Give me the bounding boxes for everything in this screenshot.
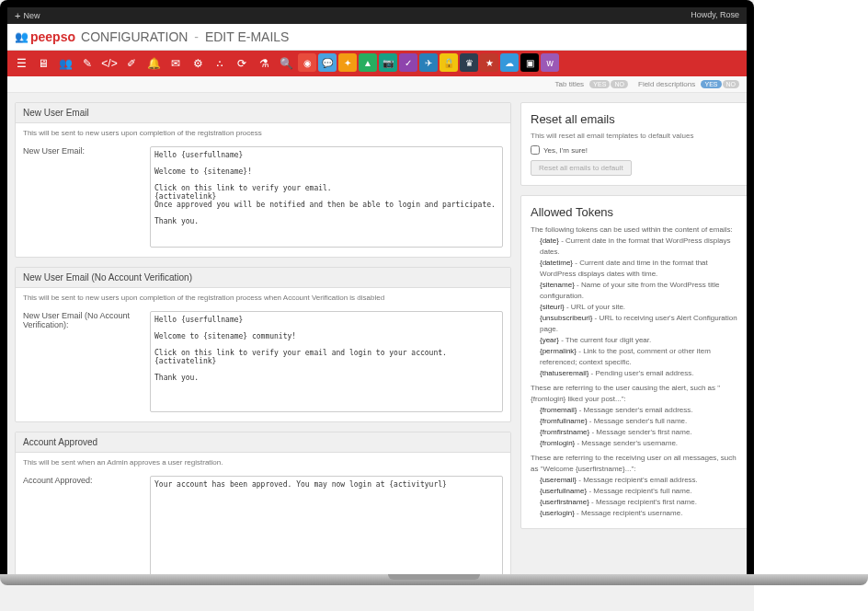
section-title: New User Email (No Account Verification) xyxy=(16,268,510,288)
token-item: {useremail} - Message recipient's email … xyxy=(531,475,740,486)
section-title: Account Approved xyxy=(16,432,510,453)
token-item: {datetime} - Current date and time in th… xyxy=(531,258,740,280)
email-template-textarea[interactable]: Hello {userfullname} Welcome to {sitenam… xyxy=(150,311,503,412)
new-label: New xyxy=(23,11,40,20)
flask-icon[interactable]: ⚗ xyxy=(254,53,274,74)
token-item: {thatuseremail} - Pending user's email a… xyxy=(531,368,740,379)
field-desc-label: Field descriptions xyxy=(638,80,695,88)
token-item: {fromlogin} - Message sender's username. xyxy=(531,438,740,449)
crumb-2: EDIT E-MAILS xyxy=(205,29,290,44)
bell-icon[interactable]: 🔔 xyxy=(143,53,164,74)
token-item: {userfirstname} - Message recipient's fi… xyxy=(531,497,740,508)
reset-confirm-row[interactable]: Yes, I'm sure! xyxy=(531,145,740,155)
breadcrumb: CONFIGURATION - EDIT E-MAILS xyxy=(81,29,289,44)
crumb-1: CONFIGURATION xyxy=(81,29,188,44)
user-icon[interactable]: 👥 xyxy=(55,53,75,74)
token-item: {unsubscribeurl} - URL to receiving user… xyxy=(531,313,740,335)
search-icon[interactable]: 🔍 xyxy=(276,53,296,74)
email-template-textarea[interactable]: Hello {userfullname} Welcome to {sitenam… xyxy=(150,146,503,248)
app4-icon[interactable]: ▲ xyxy=(359,53,377,72)
token-item: {fromfirstname} - Message sender's first… xyxy=(531,427,740,438)
side-column: Reset all emails This will reset all ema… xyxy=(520,102,747,575)
laptop-base xyxy=(0,574,868,585)
token-item: {permalink} - Link to the post, comment … xyxy=(531,346,740,368)
sitemap-icon[interactable]: ⛬ xyxy=(210,53,230,74)
app5-icon[interactable]: 📷 xyxy=(379,53,397,72)
mail-icon[interactable]: ✉ xyxy=(166,53,186,74)
tokens-title: Allowed Tokens xyxy=(531,205,740,219)
plus-icon: + xyxy=(15,10,20,21)
main-column: New User Email This will be sent to new … xyxy=(15,102,511,575)
reset-desc: This will reset all email templates to d… xyxy=(531,132,740,140)
token-item: {userlogin} - Message recipient's userna… xyxy=(531,508,740,519)
app8-icon[interactable]: 🔒 xyxy=(440,53,458,72)
email-section-0: New User Email This will be sent to new … xyxy=(15,102,511,258)
token-item: {siteurl} - URL of your site. xyxy=(531,302,740,313)
gear-icon[interactable]: ⚙ xyxy=(188,53,208,74)
view-options-bar: Tab titles YES NO Field descriptions YES… xyxy=(7,76,747,93)
section-title: New User Email xyxy=(16,103,510,123)
token-item: {fromemail} - Message sender's email add… xyxy=(531,405,740,416)
refresh-icon[interactable]: ⟳ xyxy=(232,53,252,74)
email-template-textarea[interactable]: Your account has been approved. You may … xyxy=(150,476,503,575)
field-label: New User Email: xyxy=(23,146,143,248)
token-group-label: These are referring to the user causing … xyxy=(531,383,740,405)
token-item: {date} - Current date in the format that… xyxy=(531,236,740,258)
token-item: {year} - The current four digit year. xyxy=(531,335,740,346)
field-label: Account Approved: xyxy=(23,476,143,575)
reset-confirm-checkbox[interactable] xyxy=(531,145,540,155)
field-label: New User Email (No Account Verification)… xyxy=(23,311,143,412)
section-desc: This will be sent when an Admin approves… xyxy=(16,453,510,472)
app12-icon[interactable]: ▣ xyxy=(520,53,539,72)
app9-icon[interactable]: ♛ xyxy=(460,53,478,72)
main-toolbar: ☰🖥👥✎</>✐🔔✉⚙⛬⟳⚗🔍◉💬✦▲📷✓✈🔒♛★☁▣w xyxy=(7,51,747,76)
app1-icon[interactable]: ◉ xyxy=(298,53,316,72)
greeting[interactable]: Howdy, Rose xyxy=(691,10,739,21)
tab-titles-label: Tab titles xyxy=(555,80,585,88)
app13-icon[interactable]: w xyxy=(541,53,559,72)
page-header: 👥 peepso CONFIGURATION - EDIT E-MAILS xyxy=(7,24,747,51)
app3-icon[interactable]: ✦ xyxy=(338,53,357,72)
email-section-2: Account Approved This will be sent when … xyxy=(15,432,511,575)
code-icon[interactable]: </> xyxy=(99,53,120,74)
section-desc: This will be sent to new users upon comp… xyxy=(16,288,510,307)
app6-icon[interactable]: ✓ xyxy=(399,53,417,72)
tokens-panel: Allowed Tokens The following tokens can … xyxy=(520,195,747,529)
app7-icon[interactable]: ✈ xyxy=(419,53,438,72)
reset-button[interactable]: Reset all emails to default xyxy=(531,160,632,176)
new-button[interactable]: + New xyxy=(15,10,40,21)
logo-icon: 👥 xyxy=(15,30,29,43)
reset-confirm-label: Yes, I'm sure! xyxy=(543,146,588,155)
app10-icon[interactable]: ★ xyxy=(480,53,498,72)
peepso-logo[interactable]: 👥 peepso xyxy=(15,29,75,44)
token-item: {sitename} - Name of your site from the … xyxy=(531,280,740,302)
logo-text: peepso xyxy=(30,29,75,44)
token-group-label: The following tokens can be used within … xyxy=(531,225,740,236)
token-group-label: These are referring to the receiving use… xyxy=(531,453,740,475)
admin-top-bar: + New Howdy, Rose xyxy=(7,7,747,24)
field-desc-toggle[interactable]: YES NO xyxy=(701,80,739,88)
brush-icon[interactable]: ✐ xyxy=(121,53,142,74)
reset-panel: Reset all emails This will reset all ema… xyxy=(520,102,747,186)
reset-title: Reset all emails xyxy=(531,112,740,126)
email-section-1: New User Email (No Account Verification)… xyxy=(15,267,511,422)
section-desc: This will be sent to new users upon comp… xyxy=(16,123,510,143)
monitor-icon[interactable]: 🖥 xyxy=(33,53,53,74)
app11-icon[interactable]: ☁ xyxy=(500,53,519,72)
layers-icon[interactable]: ☰ xyxy=(11,53,31,74)
app2-icon[interactable]: 💬 xyxy=(318,53,337,72)
edit-icon[interactable]: ✎ xyxy=(77,53,97,74)
token-item: {userfullname} - Message recipient's ful… xyxy=(531,486,740,497)
tab-titles-toggle[interactable]: YES NO xyxy=(589,80,628,88)
token-item: {fromfullname} - Message sender's full n… xyxy=(531,416,740,427)
